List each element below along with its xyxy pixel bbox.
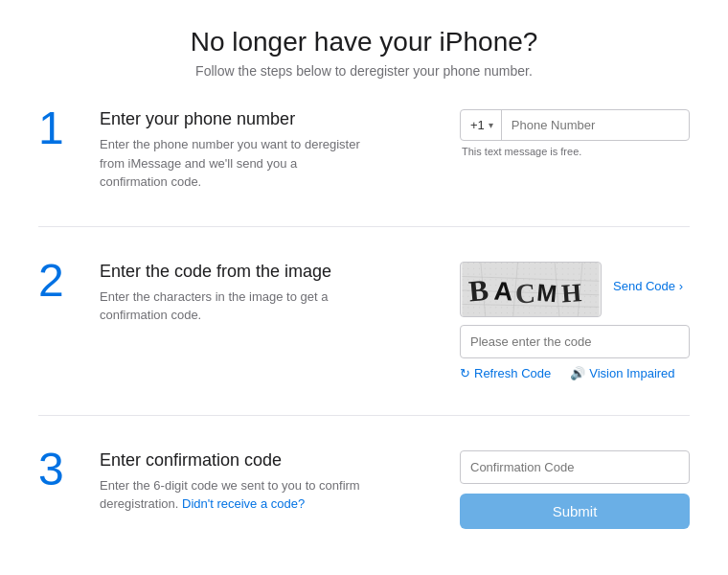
phone-input-group: +1 ▾ <box>460 109 690 141</box>
vision-impaired-label: Vision Impaired <box>589 366 674 380</box>
refresh-code-label: Refresh Code <box>474 366 551 380</box>
step-3-title: Enter confirmation code <box>100 450 441 471</box>
step-1-content: Enter your phone number Enter the phone … <box>86 109 441 192</box>
country-code-selector[interactable]: +1 ▾ <box>461 110 502 140</box>
step-1-number: 1 <box>38 105 86 151</box>
submit-button[interactable]: Submit <box>460 494 690 529</box>
svg-text:C: C <box>514 277 536 309</box>
country-code-value: +1 <box>470 118 485 132</box>
confirmation-code-input[interactable] <box>460 450 690 484</box>
step-2-row: 2 Enter the code from the image Enter th… <box>38 262 690 380</box>
phone-number-input[interactable] <box>502 110 689 140</box>
didnt-receive-link[interactable]: Didn't receive a code? <box>182 496 305 511</box>
captcha-image: B A C M H <box>460 262 602 317</box>
step-1-title: Enter your phone number <box>100 109 441 129</box>
step-3-row: 3 Enter confirmation code Enter the 6-di… <box>38 450 690 529</box>
step-3-number: 3 <box>38 447 86 493</box>
refresh-icon: ↻ <box>460 366 470 380</box>
step-2-content: Enter the code from the image Enter the … <box>86 262 441 325</box>
step-2-divider <box>38 415 690 416</box>
step-2-input-area: B A C M H Send Code <box>441 262 690 380</box>
captcha-svg: B A C M H <box>461 263 601 316</box>
svg-text:M: M <box>535 278 557 307</box>
page-title: No longer have your iPhone? <box>0 0 728 63</box>
step-2-inputs: ↻ Refresh Code 🔊 Vision Impaired <box>460 317 690 380</box>
chevron-down-icon: ▾ <box>489 120 493 130</box>
step-1-description: Enter the phone number you want to dereg… <box>100 135 368 192</box>
step-3-content: Enter confirmation code Enter the 6-digi… <box>86 450 441 514</box>
step-2-description: Enter the characters in the image to get… <box>100 288 368 325</box>
steps-container: 1 Enter your phone number Enter the phon… <box>19 109 709 529</box>
send-code-link[interactable]: Send Code <box>613 262 683 293</box>
step-2-title: Enter the code from the image <box>100 262 441 282</box>
step-1-divider <box>38 226 690 227</box>
step-3-description: Enter the 6-digit code we sent to you to… <box>100 476 368 514</box>
step-1-input-area: +1 ▾ This text message is free. <box>441 109 690 157</box>
step-1-row: 1 Enter your phone number Enter the phon… <box>38 109 690 192</box>
speaker-icon: 🔊 <box>570 366 585 380</box>
page-subtitle: Follow the steps below to deregister you… <box>0 63 728 79</box>
svg-text:A: A <box>493 276 513 306</box>
free-text-label: This text message is free. <box>460 146 690 157</box>
captcha-row: B A C M H Send Code <box>460 262 690 317</box>
captcha-actions: ↻ Refresh Code 🔊 Vision Impaired <box>460 366 690 380</box>
captcha-code-input[interactable] <box>460 325 690 358</box>
svg-text:B: B <box>467 272 490 308</box>
refresh-code-button[interactable]: ↻ Refresh Code <box>460 366 551 380</box>
vision-impaired-button[interactable]: 🔊 Vision Impaired <box>570 366 674 380</box>
step-3-input-area: Submit <box>441 450 690 529</box>
svg-text:H: H <box>560 278 582 308</box>
step-2-number: 2 <box>38 258 86 304</box>
